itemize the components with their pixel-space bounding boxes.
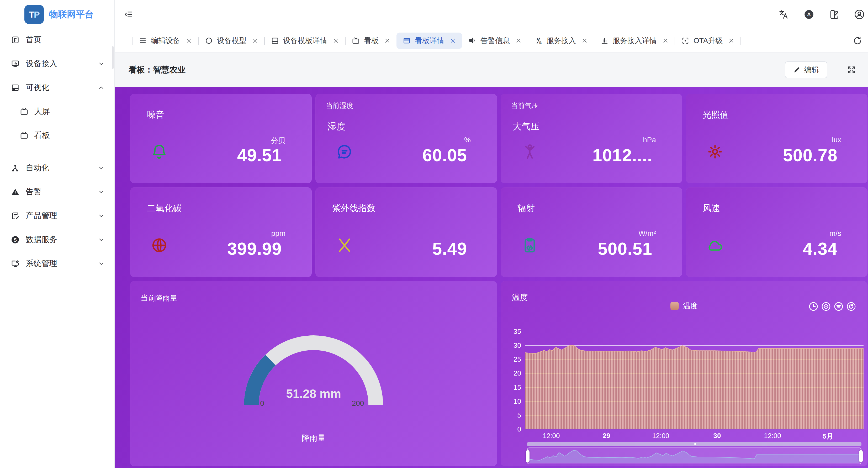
legend-swatch xyxy=(671,302,679,310)
tab-alert-info[interactable]: 告警信息 xyxy=(462,33,528,49)
close-icon[interactable] xyxy=(662,38,668,43)
sidebar-item-dashboard[interactable]: 看板 xyxy=(0,123,114,147)
datazoom-grip-icon[interactable] xyxy=(693,443,696,445)
stat-value: 49.51 xyxy=(237,146,282,165)
y-tick-label: 15 xyxy=(501,383,521,391)
warning-triangle-icon xyxy=(11,188,20,196)
temperature-area-chart[interactable] xyxy=(525,332,864,430)
stat-value-block: 5.49 xyxy=(432,229,471,258)
tab-label: 服务接入详情 xyxy=(613,36,657,46)
sidebar-item-label: 大屏 xyxy=(34,106,50,117)
tab-bar: 编辑设备 设备模型 设备模板详情 看板 看板详情 告警信息 xyxy=(115,29,868,53)
automation-icon xyxy=(11,164,20,172)
stat-title: 二氧化碳 xyxy=(147,203,182,214)
sidebar-item-system-management[interactable]: 系统管理 xyxy=(0,252,114,275)
globe-icon xyxy=(151,237,168,254)
sidebar-item-home[interactable]: 首页 xyxy=(0,28,114,52)
sidebar-item-big-screen[interactable]: 大屏 xyxy=(0,99,114,123)
refresh-tabs-icon[interactable] xyxy=(853,36,862,46)
x-tick-label: 12:00 xyxy=(754,432,791,440)
sidebar-item-data-service[interactable]: S 数据服务 xyxy=(0,228,114,252)
tab-ota-upgrade[interactable]: OTA升级 xyxy=(675,33,741,49)
sidebar-item-label: 看板 xyxy=(34,130,50,141)
stat-top-label: 当前湿度 xyxy=(326,101,353,110)
datazoom-slider[interactable] xyxy=(527,447,862,464)
stat-card-wind[interactable]: 风速 m/s 4.34 xyxy=(686,187,867,277)
x-tick-label: 5月 xyxy=(809,432,846,441)
data-service-s-icon: S xyxy=(11,236,20,244)
sidebar-item-product-management[interactable]: 产品管理 xyxy=(0,204,114,228)
stat-unit: hPa xyxy=(643,136,656,145)
chart-toolbox xyxy=(808,301,856,312)
monitor-gear-icon xyxy=(11,260,20,268)
clipboard-code-icon xyxy=(521,237,538,254)
stat-unit: 分贝 xyxy=(271,136,285,145)
data-view-icon[interactable] xyxy=(834,301,844,312)
sidebar-item-label: 产品管理 xyxy=(26,210,57,221)
tab-edit-device[interactable]: 编辑设备 xyxy=(132,33,198,49)
close-icon[interactable] xyxy=(516,38,521,43)
datazoom-minibar[interactable] xyxy=(527,442,862,446)
monitor-icon xyxy=(11,60,20,68)
sidebar-item-device-access[interactable]: 设备接入 xyxy=(0,52,114,76)
fullscreen-icon[interactable] xyxy=(847,65,856,74)
close-icon[interactable] xyxy=(728,38,734,43)
stat-card-uv[interactable]: 紫外线指数 5.49 xyxy=(315,187,497,277)
stat-card-noise[interactable]: 噪音 分贝 49.51 xyxy=(130,94,312,183)
chevron-down-icon xyxy=(98,188,105,196)
tv-icon xyxy=(352,37,360,45)
edit-button[interactable]: 编辑 xyxy=(785,61,827,78)
datazoom-left-handle[interactable] xyxy=(526,450,529,462)
chart-card-temperature[interactable]: 温度 温度 xyxy=(501,281,867,466)
close-icon[interactable] xyxy=(252,38,258,43)
tab-dashboard[interactable]: 看板 xyxy=(346,33,397,49)
stat-unit: % xyxy=(464,136,471,145)
refresh-chart-icon[interactable] xyxy=(846,301,856,312)
tab-label: OTA升级 xyxy=(693,36,723,46)
tab-device-template-detail[interactable]: 设备模板详情 xyxy=(265,33,345,49)
stat-unit: ppm xyxy=(271,229,285,239)
close-icon[interactable] xyxy=(450,38,456,43)
sidebar-scrollbar[interactable] xyxy=(112,46,114,69)
stat-value-block: % 60.05 xyxy=(423,136,471,165)
sidebar-item-label: 可视化 xyxy=(26,82,49,93)
document-edit-icon xyxy=(11,212,20,220)
translate-icon[interactable] xyxy=(779,9,789,20)
tab-service-access[interactable]: AB 服务接入 xyxy=(528,33,594,49)
sidebar: TP 物联网平台 首页 设备接入 可视化 大屏 xyxy=(0,0,115,468)
top-header: A xyxy=(115,0,868,29)
collapse-sidebar-icon[interactable] xyxy=(124,10,133,19)
font-size-badge-icon[interactable]: A xyxy=(804,9,814,20)
close-icon[interactable] xyxy=(582,38,588,43)
gauge-axis-label: 降雨量 xyxy=(130,433,497,444)
user-avatar-icon[interactable] xyxy=(855,9,864,20)
stat-card-light[interactable]: 光照值 lux 500.78 xyxy=(686,94,867,183)
close-icon[interactable] xyxy=(333,38,339,43)
stat-card-co2[interactable]: 二氧化碳 ppm 399.99 xyxy=(130,187,312,277)
sidebar-item-alert[interactable]: 告警 xyxy=(0,180,114,204)
close-icon[interactable] xyxy=(186,38,192,43)
stat-value-block: lux 500.78 xyxy=(783,136,841,165)
sidebar-item-automation[interactable]: 自动化 xyxy=(0,156,114,180)
laptop-icon xyxy=(11,84,20,92)
svg-text:A: A xyxy=(536,37,539,41)
tab-dashboard-detail[interactable]: 看板详情 xyxy=(397,33,462,49)
close-icon[interactable] xyxy=(384,38,390,43)
brand[interactable]: TP 物联网平台 xyxy=(0,0,114,25)
tab-service-access-detail[interactable]: 服务接入详情 xyxy=(594,33,675,49)
time-range-icon[interactable] xyxy=(808,301,818,312)
gauge-title: 当前降雨量 xyxy=(141,293,177,303)
stat-card-pressure[interactable]: 当前气压 大气压 hPa 1012.... xyxy=(501,94,682,183)
datazoom-right-handle[interactable] xyxy=(859,450,863,462)
y-tick-label: 0 xyxy=(501,425,521,433)
y-tick-label: 30 xyxy=(501,342,521,350)
sidebar-item-label: 告警 xyxy=(26,186,41,197)
stat-card-radiation[interactable]: 辐射 W/m² 500.51 xyxy=(501,187,682,277)
gauge-card-rainfall[interactable]: 当前降雨量 51.28 mm 0 200 降雨量 xyxy=(130,281,497,466)
theme-palette-icon[interactable] xyxy=(829,9,839,20)
stat-card-humidity[interactable]: 当前湿度 湿度 % 60.05 xyxy=(315,94,497,183)
y-tick-label: 10 xyxy=(501,397,521,406)
sidebar-item-visualization[interactable]: 可视化 xyxy=(0,76,114,99)
restore-target-icon[interactable] xyxy=(821,301,831,312)
tab-device-model[interactable]: 设备模型 xyxy=(198,33,264,49)
